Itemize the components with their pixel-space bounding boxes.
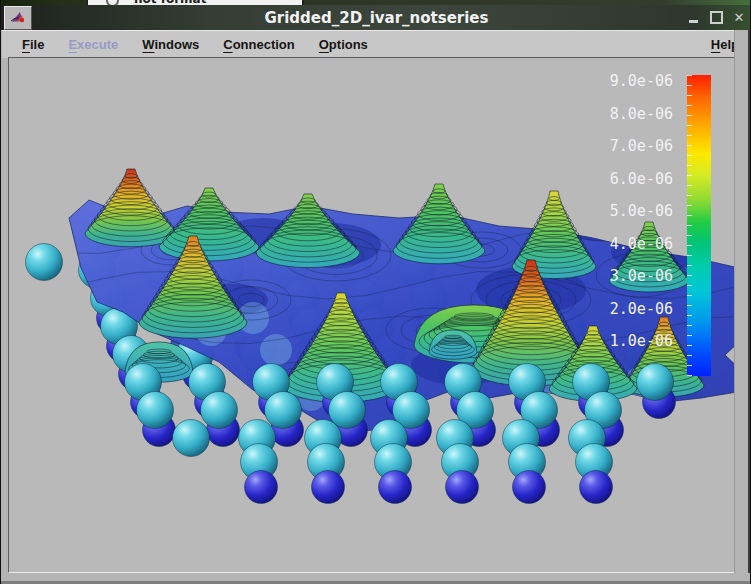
atom-sphere-cyan bbox=[637, 364, 674, 401]
colorbar-tick bbox=[687, 315, 692, 316]
colorbar-tick bbox=[687, 95, 692, 96]
colorbar-tick bbox=[687, 295, 692, 296]
maximize-icon bbox=[710, 11, 723, 24]
colorbar-tick bbox=[687, 345, 692, 346]
app-icon[interactable] bbox=[4, 6, 32, 30]
atom-sphere-blue bbox=[379, 471, 412, 504]
colorbar-label: 3.0e-06 bbox=[593, 267, 673, 285]
app-window: not format Gridded_2D_ivar_notseries ✕ F… bbox=[0, 0, 751, 584]
atom-sphere-cyan bbox=[26, 244, 63, 281]
colorbar-tick bbox=[687, 335, 692, 336]
atom-sphere-blue bbox=[446, 471, 479, 504]
colorbar-label: 8.0e-06 bbox=[593, 105, 673, 123]
menu-execute: Execute bbox=[64, 35, 122, 54]
window-frame-bottom bbox=[1, 573, 751, 584]
colorbar-tick bbox=[687, 165, 692, 166]
title-bar[interactable]: Gridded_2D_ivar_notseries ✕ bbox=[1, 5, 751, 30]
atom-sphere-cyan bbox=[265, 392, 302, 429]
close-icon: ✕ bbox=[734, 10, 745, 25]
colorbar-tick bbox=[687, 215, 692, 216]
colorbar-tick bbox=[687, 355, 692, 356]
colorbar-tick bbox=[687, 235, 692, 236]
atom-sphere-blue bbox=[580, 471, 613, 504]
colorbar-tick bbox=[687, 185, 692, 186]
atom-sphere-blue bbox=[513, 471, 546, 504]
atom-sphere-cyan bbox=[173, 420, 210, 457]
colorbar-tick bbox=[687, 175, 692, 176]
colorbar-tick bbox=[687, 155, 692, 156]
colorbar-tick bbox=[687, 305, 692, 306]
close-button[interactable]: ✕ bbox=[732, 11, 746, 25]
colorbar-tick bbox=[687, 105, 692, 106]
colorbar-tick bbox=[687, 125, 692, 126]
colorbar-label: 7.0e-06 bbox=[593, 137, 673, 155]
colorbar-label: 2.0e-06 bbox=[593, 300, 673, 318]
menu-file[interactable]: File bbox=[18, 35, 48, 54]
colorbar-tick bbox=[687, 255, 692, 256]
colorbar-tick bbox=[687, 365, 692, 366]
maximize-button[interactable] bbox=[709, 11, 723, 25]
colorbar-label: 5.0e-06 bbox=[593, 202, 673, 220]
atom-sphere-blue bbox=[245, 471, 278, 504]
colorbar-tick bbox=[687, 275, 692, 276]
colorbar-tick bbox=[687, 85, 692, 86]
atom-sphere-cyan bbox=[137, 392, 174, 429]
colorbar-tick bbox=[687, 285, 692, 286]
colorbar-tick bbox=[687, 245, 692, 246]
colorbar-tick bbox=[687, 265, 692, 266]
colorbar-label: 9.0e-06 bbox=[593, 72, 673, 90]
app-icon-glyph bbox=[10, 11, 26, 25]
colorbar-tick bbox=[687, 135, 692, 136]
colorbar-tick bbox=[687, 115, 692, 116]
colorbar-label: 1.0e-06 bbox=[593, 332, 673, 350]
colorbar-tick bbox=[687, 225, 692, 226]
colorbar-tick bbox=[687, 195, 692, 196]
colorbar bbox=[687, 75, 711, 376]
minimize-button[interactable] bbox=[686, 11, 700, 25]
menu-bar: File Execute Windows Connection Options … bbox=[2, 30, 751, 58]
minimize-icon bbox=[689, 20, 698, 23]
window-title: Gridded_2D_ivar_notseries bbox=[1, 9, 751, 27]
colorbar-tick bbox=[687, 375, 692, 376]
colorbar-label: 6.0e-06 bbox=[593, 170, 673, 188]
atom-sphere-cyan bbox=[201, 392, 238, 429]
menu-connection[interactable]: Connection bbox=[219, 35, 299, 54]
colorbar-tick bbox=[687, 75, 692, 76]
colorbar-tick bbox=[687, 325, 692, 326]
window-frame-right bbox=[734, 30, 750, 584]
menu-windows[interactable]: Windows bbox=[138, 35, 203, 54]
colorbar-label: 4.0e-06 bbox=[593, 235, 673, 253]
colorbar-tick bbox=[687, 145, 692, 146]
sphere-lattice-front bbox=[125, 364, 676, 504]
menu-options[interactable]: Options bbox=[315, 35, 372, 54]
colorbar-tick bbox=[687, 205, 692, 206]
atom-sphere-blue bbox=[312, 471, 345, 504]
